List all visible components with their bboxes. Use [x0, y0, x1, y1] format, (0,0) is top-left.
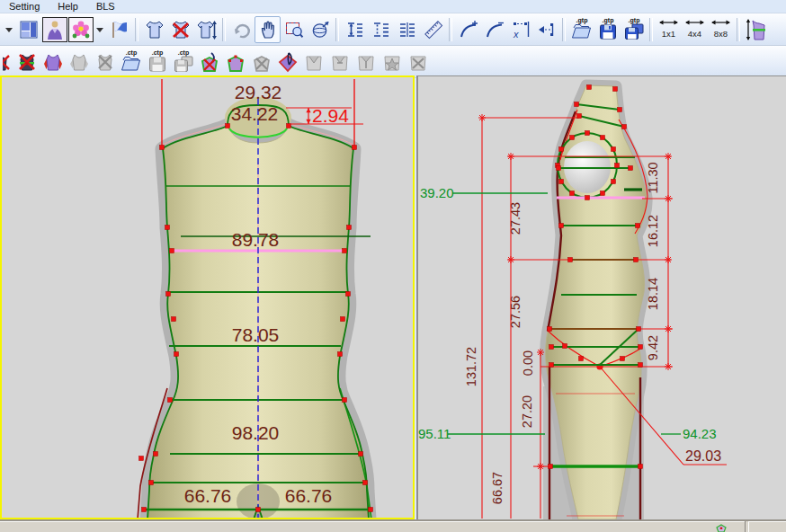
window-layout-button[interactable] [15, 16, 41, 43]
measure-bust: 89.78 [232, 229, 280, 250]
measure-hip-knee: 27.20 [520, 395, 534, 428]
pattern-edit-button[interactable] [222, 49, 248, 75]
ctp-extension-label: .ctp [151, 49, 162, 57]
toolbar-separator [135, 18, 138, 41]
clipped-tool-button[interactable] [3, 49, 13, 75]
measure-thigh-left: 66.76 [184, 485, 232, 506]
measure-vertical-dashed-button[interactable] [368, 16, 394, 43]
mannequin-preview-button[interactable] [41, 16, 67, 43]
dropdown-caret-icon[interactable] [94, 16, 106, 43]
body-delete-button[interactable] [13, 49, 40, 75]
ctp-extension-label: .ctp [177, 49, 188, 57]
gtp-save-button[interactable]: .gtp [594, 16, 621, 43]
measure-knee-floor: 66.67 [490, 472, 505, 504]
toolbar-separator [562, 18, 566, 41]
toolbar-main: x .gtp .gtp .gtp [0, 13, 786, 46]
ctp-open-button[interactable]: .ctp [118, 49, 144, 75]
gtp-extension-label: .gtp [576, 17, 587, 24]
measure-between-button[interactable] [394, 16, 420, 43]
toolbar-separator [649, 18, 653, 41]
measure-neck-height: 2.94 [312, 105, 349, 126]
toolbar-body: .ctp .ctp .ctp [0, 46, 786, 78]
measure-neck: 34.22 [231, 103, 279, 124]
side-view-panel[interactable]: 27.43 27.56 131.72 0.00 27.20 66.67 11.3… [416, 75, 786, 519]
side-view-canvas: 27.43 27.56 131.72 0.00 27.20 66.67 11.3… [418, 76, 786, 519]
body-gray-delete-button[interactable] [92, 49, 118, 75]
collar-gray-star-button[interactable] [379, 49, 405, 75]
measure-crotch-knee: 29.03 [685, 448, 721, 464]
garment-delete-button[interactable] [167, 16, 193, 43]
measure-hip-crotch: 9.42 [646, 335, 660, 360]
grid-4x4-label: 4x4 [688, 29, 701, 39]
garment-measure-button[interactable] [193, 16, 219, 43]
flag-icon[interactable] [106, 16, 132, 43]
measure-underbust-hip: 18.14 [646, 278, 660, 310]
mini-pattern-icon [716, 524, 727, 532]
ctp-extension-label: .ctp [125, 49, 136, 57]
svg-text:x: x [513, 29, 519, 40]
measure-leg-right: 94.23 [683, 426, 717, 441]
pattern-feather-button[interactable] [274, 49, 300, 75]
measure-zero: 0.00 [521, 350, 535, 376]
bottom-panel-edge [0, 519, 786, 532]
menu-setting[interactable]: Setting [9, 1, 40, 12]
pattern-gray-delete-button[interactable] [248, 49, 274, 75]
flower-preview-button[interactable] [67, 16, 94, 43]
pattern-delete-button[interactable] [196, 49, 222, 75]
front-view-canvas: 29.32 34.22 89.78 78.05 98.20 66.76 66.7… [2, 77, 413, 518]
ruler-button[interactable] [420, 16, 446, 43]
body-height-measure-button[interactable] [743, 16, 769, 43]
measure-shoulder-bust: 27.43 [508, 202, 523, 235]
collar-tool-gray-button[interactable] [326, 49, 353, 75]
measure-thigh-right: 66.76 [285, 485, 333, 506]
grid-1x1-label: 1x1 [662, 29, 675, 39]
gtp-extension-label: .gtp [602, 17, 613, 24]
toolbar-separator [222, 18, 226, 41]
measure-hip: 98.20 [232, 422, 280, 443]
dropdown-caret-icon[interactable] [3, 16, 15, 43]
measure-leg-left: 95.11 [418, 426, 451, 441]
measure-waist: 78.05 [232, 324, 280, 345]
collar-tool-gray-button[interactable] [300, 49, 326, 75]
measure-back-line: 39.20 [420, 185, 454, 200]
rotate-tool-button[interactable] [228, 16, 255, 43]
panel-divider[interactable] [745, 521, 749, 532]
body-arms-button[interactable] [40, 49, 66, 75]
collar-gray-delete-button[interactable] [405, 49, 431, 75]
grid-1x1-button[interactable]: 1x1 [656, 16, 682, 43]
menu-bls[interactable]: BLS [96, 1, 115, 12]
body-gray-button[interactable] [66, 49, 92, 75]
ctp-save-button[interactable]: .ctp [144, 49, 170, 75]
ctp-save-as-button[interactable]: .ctp [170, 49, 196, 75]
measure-armscye: 11.30 [646, 162, 660, 193]
rotate-3d-button[interactable] [307, 16, 333, 43]
pan-hand-button[interactable] [255, 16, 281, 43]
grid-4x4-button[interactable]: 4x4 [682, 16, 708, 43]
measure-vertical-button[interactable] [342, 16, 368, 43]
measure-bust-hip: 27.56 [508, 296, 523, 328]
menu-bar: Setting Help BLS [0, 0, 786, 13]
gtp-save-as-button[interactable]: .gtp [621, 16, 647, 43]
curve-add-point-button[interactable] [455, 16, 481, 43]
collar-tool-gray-button[interactable] [353, 49, 379, 75]
toolbar-separator [737, 18, 740, 41]
gtp-open-button[interactable]: .gtp [568, 16, 594, 43]
grid-8x8-button[interactable]: 8x8 [708, 16, 734, 43]
zoom-region-button[interactable] [281, 16, 307, 43]
menu-help[interactable]: Help [58, 1, 78, 12]
front-view-panel[interactable]: 29.32 34.22 89.78 78.05 98.20 66.76 66.7… [0, 75, 415, 519]
move-point-x-button[interactable]: x [507, 16, 533, 43]
move-point-arrow-button[interactable] [533, 16, 559, 43]
measure-bust-underbust: 16.12 [646, 215, 660, 247]
measure-total-height: 131.72 [464, 347, 478, 386]
curve-remove-point-button[interactable] [481, 16, 507, 43]
measure-neck-top: 29.32 [235, 82, 282, 102]
grid-8x8-label: 8x8 [714, 29, 728, 39]
toolbar-separator [449, 18, 452, 41]
toolbar-separator [335, 18, 339, 41]
gtp-extension-label: .gtp [628, 17, 639, 24]
garment-show-button[interactable] [141, 16, 167, 43]
